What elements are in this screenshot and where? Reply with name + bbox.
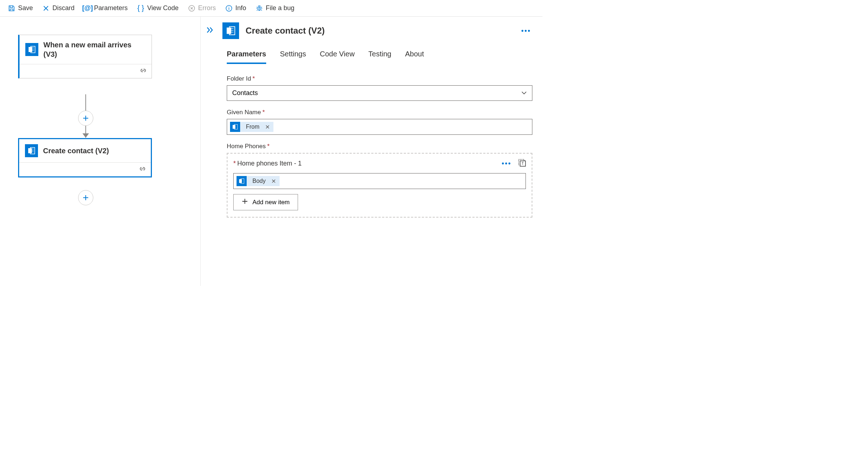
home-phones-array: *Home phones Item - 1 ••• T (227, 153, 532, 218)
file-bug-label: File a bug (266, 4, 294, 12)
home-phones-label: Home Phones* (227, 143, 532, 150)
tab-testing[interactable]: Testing (369, 48, 391, 64)
tab-parameters[interactable]: Parameters (227, 48, 266, 64)
svg-rect-15 (239, 179, 242, 183)
parameters-label: Parameters (94, 4, 128, 12)
tab-about[interactable]: About (405, 48, 424, 64)
dynamic-token-body[interactable]: Body ✕ (237, 176, 280, 186)
panel-more-button[interactable]: ••• (520, 25, 532, 37)
bug-icon (256, 5, 263, 12)
collapse-panel-button[interactable] (205, 25, 216, 37)
action-card-header: Create contact (V2) (19, 139, 151, 162)
info-icon (225, 5, 233, 12)
required-indicator: * (267, 143, 270, 150)
connector-arrow (82, 133, 89, 138)
given-name-input[interactable]: From ✕ (227, 119, 532, 135)
details-panel: Create contact (V2) ••• Parameters Setti… (201, 17, 542, 286)
outlook-icon (222, 22, 239, 39)
info-button[interactable]: Info (221, 2, 251, 14)
tab-settings[interactable]: Settings (280, 48, 306, 64)
add-step-button[interactable] (78, 111, 93, 126)
panel-header: Create contact (V2) ••• (205, 17, 532, 48)
folder-id-label: Folder Id* (227, 75, 532, 82)
file-bug-button[interactable]: File a bug (251, 2, 299, 14)
outlook-icon (237, 176, 247, 186)
token-label: From (244, 122, 261, 132)
outlook-icon (25, 144, 38, 157)
array-item-label: *Home phones Item - 1 (233, 160, 302, 167)
save-button[interactable]: Save (4, 2, 37, 14)
discard-button[interactable]: Discard (38, 2, 79, 14)
add-step-button[interactable] (78, 190, 93, 205)
action-card-footer (19, 162, 151, 176)
errors-label: Errors (198, 4, 216, 12)
errors-button[interactable]: Errors (184, 2, 220, 14)
add-new-item-button[interactable]: Add new item (233, 194, 298, 210)
view-code-label: View Code (147, 4, 179, 12)
trigger-card[interactable]: When a new email arrives (V3) (18, 35, 152, 78)
svg-point-2 (229, 7, 229, 7)
view-code-button[interactable]: { } View Code (133, 2, 183, 14)
panel-title: Create contact (V2) (246, 26, 513, 36)
dynamic-token-from[interactable]: From ✕ (230, 122, 273, 132)
given-name-field: Given Name* From ✕ (227, 109, 532, 135)
trigger-card-header: When a new email arrives (V3) (20, 35, 152, 64)
main: When a new email arrives (V3) Create con… (0, 17, 542, 286)
trigger-card-footer (20, 64, 152, 78)
given-name-label: Given Name* (227, 109, 532, 116)
trigger-title: When a new email arrives (V3) (43, 40, 146, 59)
toolbar: Save Discard [@] Parameters { } View Cod… (0, 0, 542, 17)
switch-to-text-mode-icon[interactable]: T (518, 159, 526, 168)
save-icon (8, 5, 15, 12)
outlook-icon (230, 122, 240, 132)
folder-id-field: Folder Id* Contacts (227, 75, 532, 101)
plus-icon (242, 198, 248, 206)
add-item-label: Add new item (252, 199, 290, 206)
error-icon (188, 5, 195, 12)
required-indicator: * (262, 109, 265, 116)
connection-icon[interactable] (139, 166, 146, 173)
designer-canvas: When a new email arrives (V3) Create con… (0, 17, 201, 286)
folder-id-value: Contacts (232, 89, 258, 97)
parameters-form: Folder Id* Contacts Given Name* (205, 75, 532, 218)
array-item-actions: ••• T (502, 159, 526, 168)
home-phones-item-input[interactable]: Body ✕ (233, 173, 526, 189)
token-remove-button[interactable]: ✕ (268, 178, 280, 185)
discard-label: Discard (52, 4, 75, 12)
array-item-header: *Home phones Item - 1 ••• T (233, 159, 526, 168)
token-remove-button[interactable]: ✕ (261, 124, 273, 130)
tab-code-view[interactable]: Code View (320, 48, 354, 64)
parameters-button[interactable]: [@] Parameters (80, 2, 132, 14)
svg-rect-8 (227, 27, 231, 34)
token-label: Body (250, 176, 268, 186)
action-title: Create contact (V2) (43, 146, 109, 155)
home-phones-field: Home Phones* *Home phones Item - 1 ••• T (227, 143, 532, 218)
required-indicator: * (233, 160, 236, 167)
folder-id-select[interactable]: Contacts (227, 85, 532, 101)
chevron-down-icon (521, 89, 527, 97)
close-icon (42, 5, 50, 12)
save-label: Save (18, 4, 33, 12)
action-card[interactable]: Create contact (V2) (18, 138, 152, 177)
svg-rect-6 (28, 148, 32, 153)
array-item-more-button[interactable]: ••• (502, 159, 511, 168)
required-indicator: * (252, 75, 255, 82)
parameters-icon: [@] (84, 5, 91, 12)
braces-icon: { } (137, 5, 144, 12)
svg-text:T: T (522, 162, 524, 166)
info-label: Info (235, 4, 246, 12)
panel-tabs: Parameters Settings Code View Testing Ab… (205, 48, 532, 64)
outlook-icon (25, 43, 38, 56)
svg-rect-4 (29, 47, 32, 52)
connection-icon[interactable] (139, 67, 147, 75)
svg-rect-10 (233, 125, 235, 129)
